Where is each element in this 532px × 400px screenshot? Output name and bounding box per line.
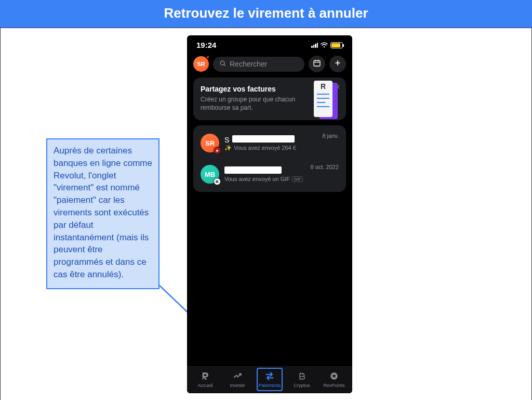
status-time: 19:24 xyxy=(196,41,216,49)
avatar-initials: MB xyxy=(205,171,215,178)
profile-avatar[interactable]: SR xyxy=(193,56,209,72)
top-row: SR Rechercher xyxy=(187,51,352,78)
name-prefix: S xyxy=(224,136,229,144)
callout-box: Auprès de certaines banques en ligne com… xyxy=(46,138,159,289)
svg-line-3 xyxy=(224,64,225,66)
plus-icon xyxy=(334,59,342,69)
transaction-row[interactable]: MB R Vous avez envoyé un GIF GIF 8 oct. … xyxy=(193,159,346,190)
transaction-subtitle: Vous avez envoyé 264 € xyxy=(234,145,296,151)
content-area: Auprès de certaines banques en ligne com… xyxy=(0,28,532,400)
promo-subtitle: Créez un groupe pour que chacun rembours… xyxy=(201,95,299,112)
sparkle-icon: ✨ xyxy=(224,145,232,151)
badge-icon: ● xyxy=(214,147,221,154)
nav-home[interactable]: Accueil xyxy=(189,371,221,388)
search-input[interactable]: Rechercher xyxy=(213,57,304,72)
banner-title: Retrouvez le virement à annuler xyxy=(164,5,368,21)
callout-text: Auprès de certaines banques en ligne com… xyxy=(54,146,152,279)
svg-point-2 xyxy=(220,61,224,65)
revolut-badge-icon: R xyxy=(214,178,221,185)
status-bar: 19:24 xyxy=(187,35,352,51)
transactions-card: SR ● S ✨ Vous avez envoyé 264 € 8 janv. xyxy=(193,125,346,192)
search-placeholder: Rechercher xyxy=(230,60,267,68)
transaction-date: 8 oct. 2022 xyxy=(311,164,339,170)
battery-icon xyxy=(330,42,343,48)
wifi-icon xyxy=(320,42,328,48)
phone-screenshot: 19:24 SR Rechercher xyxy=(187,35,352,393)
nav-label: Cryptos xyxy=(294,383,310,388)
receipt-illustration-icon: R xyxy=(304,81,343,120)
avatar-initials: SR xyxy=(205,139,215,147)
nav-revpoints[interactable]: RevPoints xyxy=(318,371,350,388)
redacted-name xyxy=(232,135,295,143)
calendar-button[interactable] xyxy=(309,56,325,72)
bitcoin-icon xyxy=(298,371,306,381)
svg-rect-4 xyxy=(314,60,320,66)
cellular-signal-icon xyxy=(311,43,318,48)
nav-label: Investir xyxy=(230,383,245,388)
nav-label: RevPoints xyxy=(323,383,344,388)
search-icon xyxy=(219,60,227,69)
nav-label: Accueil xyxy=(197,383,212,388)
promo-card[interactable]: ✕ Partagez vos factures Créez un groupe … xyxy=(193,78,346,120)
contact-avatar: SR ● xyxy=(201,134,219,152)
nav-crypto[interactable]: Cryptos xyxy=(286,371,318,388)
add-button[interactable] xyxy=(329,56,346,72)
chart-icon xyxy=(233,371,242,381)
transaction-date: 8 janv. xyxy=(322,133,339,139)
nav-label: Paiements xyxy=(259,383,281,388)
contact-avatar: MB R xyxy=(201,165,219,184)
gif-badge: GIF xyxy=(292,176,303,182)
points-icon xyxy=(329,371,339,381)
revolut-logo-icon xyxy=(201,371,210,381)
page-banner: Retrouvez le virement à annuler xyxy=(0,0,532,28)
transaction-subtitle: Vous avez envoyé un GIF xyxy=(224,176,290,182)
nav-payments[interactable]: Paiements xyxy=(254,371,286,388)
svg-text:R: R xyxy=(321,82,326,91)
redacted-name xyxy=(224,166,282,174)
transfer-arrows-icon xyxy=(264,371,275,381)
avatar-initials: SR xyxy=(197,61,205,67)
calendar-icon xyxy=(313,59,321,69)
nav-invest[interactable]: Investir xyxy=(221,371,254,388)
notification-dot-icon xyxy=(206,56,209,59)
transaction-row[interactable]: SR ● S ✨ Vous avez envoyé 264 € 8 janv. xyxy=(193,127,346,159)
bottom-nav: Accueil Investir Paiements Cryptos xyxy=(187,366,352,393)
